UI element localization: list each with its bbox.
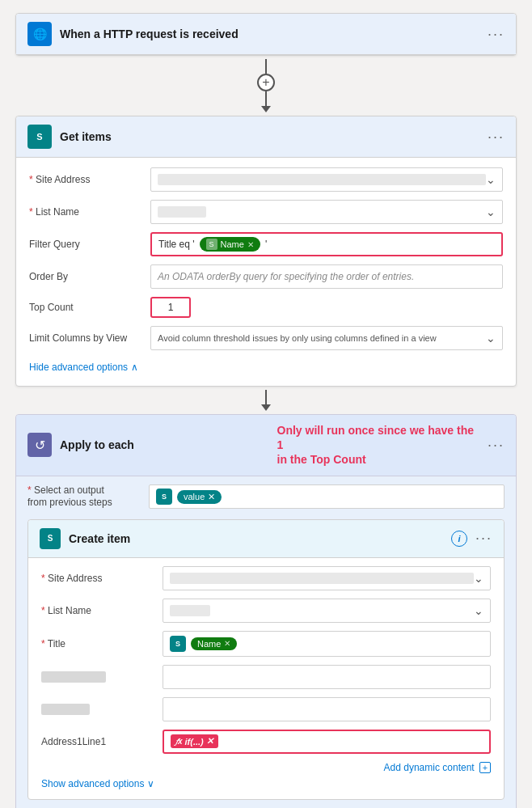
blurred-input-2[interactable] bbox=[163, 697, 491, 721]
show-advanced-button[interactable]: Show advanced options ∨ bbox=[41, 773, 491, 791]
create-list-name-arrow: ⌄ bbox=[474, 604, 483, 617]
order-by-placeholder: An ODATA orderBy query for specifying th… bbox=[158, 271, 414, 282]
filter-query-row: Filter Query Title eq ' S Name ✕ ' bbox=[29, 232, 503, 256]
limit-columns-dropdown[interactable]: Avoid column threshold issues by only us… bbox=[150, 326, 503, 350]
add-dynamic-content[interactable]: Add dynamic content + bbox=[41, 762, 491, 773]
title-name-token[interactable]: Name ✕ bbox=[191, 637, 237, 650]
limit-columns-value: Avoid column threshold issues by only us… bbox=[158, 333, 437, 343]
apply-each-header: ↺ Apply to each Only will run once since… bbox=[16, 415, 516, 476]
value-token-icon: S bbox=[156, 489, 172, 505]
create-title-row: Title S Name ✕ bbox=[41, 631, 491, 657]
filter-token-close[interactable]: ✕ bbox=[247, 240, 254, 249]
list-name-value bbox=[158, 206, 206, 218]
http-trigger-menu[interactable]: ··· bbox=[488, 26, 505, 43]
order-by-row: Order By An ODATA orderBy query for spec… bbox=[29, 264, 503, 289]
filter-name-token[interactable]: S Name ✕ bbox=[200, 237, 260, 252]
get-items-header: S Get items ··· bbox=[16, 116, 516, 158]
create-item-icon: S bbox=[40, 528, 61, 549]
blurred-label-bar-2 bbox=[41, 704, 90, 715]
title-token-close[interactable]: ✕ bbox=[224, 639, 230, 648]
select-output-field[interactable]: S value ✕ bbox=[149, 484, 505, 509]
filter-query-box[interactable]: Title eq ' S Name ✕ ' bbox=[150, 232, 503, 256]
connector-arrow-1 bbox=[261, 106, 271, 112]
http-trigger-title: When a HTTP request is received bbox=[60, 27, 479, 40]
create-title-input[interactable]: S Name ✕ bbox=[163, 631, 491, 657]
fx-label: 𝑓x bbox=[175, 737, 183, 747]
connector-arrow-2 bbox=[261, 404, 271, 411]
filter-query-label: Filter Query bbox=[29, 239, 142, 250]
info-icon[interactable]: i bbox=[451, 531, 467, 547]
blurred-label-bar-1 bbox=[41, 671, 106, 683]
select-output-label: Select an output from previous steps bbox=[27, 484, 141, 510]
create-list-name-value bbox=[170, 605, 210, 616]
value-token[interactable]: value ✕ bbox=[177, 490, 222, 504]
create-site-address-label: Site Address bbox=[41, 573, 154, 584]
site-address-label: Site Address bbox=[29, 174, 142, 185]
create-list-name-label: List Name bbox=[41, 605, 154, 616]
create-title-label: Title bbox=[41, 638, 154, 649]
connector-line-1 bbox=[265, 59, 267, 74]
address-input[interactable]: 𝑓x if(...) ✕ bbox=[163, 730, 491, 754]
create-site-address-row: Site Address ⌄ bbox=[41, 566, 491, 590]
value-token-close[interactable]: ✕ bbox=[208, 492, 215, 502]
value-token-label: value bbox=[184, 492, 205, 501]
add-dynamic-plus[interactable]: + bbox=[479, 762, 491, 773]
create-site-address-value bbox=[170, 573, 474, 584]
create-site-address-dropdown[interactable]: ⌄ bbox=[163, 566, 491, 590]
apply-each-body: Select an output from previous steps S v… bbox=[16, 476, 516, 808]
limit-columns-row: Limit Columns by View Avoid column thres… bbox=[29, 326, 503, 350]
site-address-dropdown[interactable]: ⌄ bbox=[150, 167, 503, 192]
filter-suffix: ' bbox=[265, 239, 267, 250]
http-icon: 🌐 bbox=[27, 22, 52, 46]
create-list-name-row: List Name ⌄ bbox=[41, 599, 491, 623]
fx-token-label: if(...) bbox=[185, 737, 204, 747]
blurred-input-1[interactable] bbox=[163, 665, 491, 689]
filter-token-label: Name bbox=[221, 239, 244, 249]
apply-each-icon: ↺ bbox=[27, 433, 52, 457]
list-name-arrow: ⌄ bbox=[486, 205, 496, 218]
list-name-label: List Name bbox=[29, 206, 142, 218]
hide-advanced-label: Hide advanced options bbox=[29, 362, 128, 373]
create-item-card: S Create item i ··· Site Address ⌄ bbox=[27, 519, 505, 800]
order-by-input[interactable]: An ODATA orderBy query for specifying th… bbox=[150, 264, 503, 289]
title-token-label: Name bbox=[197, 639, 221, 649]
get-items-title: Get items bbox=[60, 130, 479, 143]
blurred-label-2 bbox=[41, 701, 154, 717]
connector-2 bbox=[261, 390, 271, 411]
apply-each-title: Apply to each bbox=[60, 438, 263, 451]
create-item-header: S Create item i ··· bbox=[28, 520, 504, 558]
order-by-label: Order By bbox=[29, 271, 142, 282]
title-token-icon: S bbox=[170, 636, 186, 652]
get-items-menu[interactable]: ··· bbox=[488, 129, 505, 146]
create-list-name-dropdown[interactable]: ⌄ bbox=[163, 599, 491, 623]
top-count-row: Top Count 1 bbox=[29, 297, 503, 318]
http-trigger-card: 🌐 When a HTTP request is received ··· bbox=[15, 13, 517, 56]
hide-advanced-chevron: ∧ bbox=[131, 362, 138, 373]
filter-token-icon: S bbox=[206, 239, 217, 250]
address-label: Address1Line1 bbox=[41, 736, 154, 747]
list-name-dropdown[interactable]: ⌄ bbox=[150, 200, 503, 224]
http-trigger-header: 🌐 When a HTTP request is received ··· bbox=[16, 14, 516, 55]
top-count-input[interactable]: 1 bbox=[150, 297, 191, 318]
limit-columns-label: Limit Columns by View bbox=[29, 332, 142, 344]
limit-columns-arrow: ⌄ bbox=[486, 332, 496, 345]
connector-line-1b bbox=[265, 91, 267, 106]
filter-prefix: Title eq ' bbox=[158, 239, 195, 250]
connector-1: + bbox=[257, 59, 275, 112]
create-site-address-arrow: ⌄ bbox=[474, 572, 483, 585]
fx-token-close[interactable]: ✕ bbox=[206, 736, 213, 747]
apply-each-annotation: Only will run once since we have the 1 i… bbox=[271, 423, 480, 467]
add-step-button-1[interactable]: + bbox=[257, 74, 275, 91]
apply-each-menu[interactable]: ··· bbox=[488, 437, 505, 454]
blurred-field-2 bbox=[41, 697, 491, 721]
show-advanced-chevron: ∨ bbox=[147, 778, 154, 789]
get-items-card: S Get items ··· Site Address ⌄ List Name… bbox=[15, 116, 517, 387]
create-item-menu[interactable]: ··· bbox=[475, 530, 492, 547]
get-items-body: Site Address ⌄ List Name ⌄ Filter Query … bbox=[16, 158, 516, 386]
site-address-value bbox=[158, 174, 486, 185]
create-item-body: Site Address ⌄ List Name ⌄ bbox=[28, 558, 504, 799]
fx-chip[interactable]: 𝑓x if(...) ✕ bbox=[171, 734, 218, 748]
top-count-label: Top Count bbox=[29, 302, 142, 313]
top-count-value: 1 bbox=[168, 302, 174, 313]
hide-advanced-button[interactable]: Hide advanced options ∧ bbox=[29, 358, 503, 376]
